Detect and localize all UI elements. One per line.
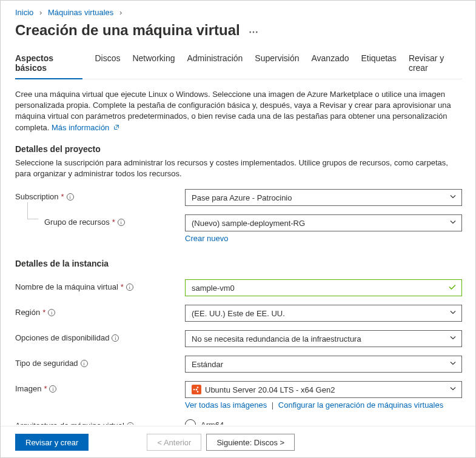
project-details-title: Detalles del proyecto bbox=[15, 144, 462, 154]
region-label: Región * i bbox=[15, 305, 185, 317]
info-icon[interactable]: i bbox=[81, 360, 88, 367]
chevron-down-icon bbox=[449, 309, 457, 318]
svg-point-3 bbox=[197, 391, 199, 393]
chevron-down-icon bbox=[449, 219, 457, 228]
svg-point-0 bbox=[196, 389, 198, 391]
resource-group-select[interactable]: (Nuevo) sample-deployment-RG bbox=[185, 214, 462, 231]
info-icon[interactable]: i bbox=[48, 309, 55, 316]
info-icon[interactable]: i bbox=[49, 385, 56, 393]
region-label-text: Región bbox=[15, 308, 40, 317]
tab-advanced[interactable]: Avanzado bbox=[311, 48, 349, 79]
chevron-down-icon bbox=[449, 360, 457, 369]
resource-group-value: (Nuevo) sample-deployment-RG bbox=[192, 219, 305, 228]
image-label: Imagen * i bbox=[15, 381, 185, 393]
breadcrumb-home[interactable]: Inicio bbox=[15, 8, 33, 17]
required-indicator: * bbox=[42, 308, 45, 317]
availability-label: Opciones de disponibilidad i bbox=[15, 330, 185, 342]
info-icon[interactable]: i bbox=[118, 219, 125, 226]
more-actions-icon[interactable]: ⋯ bbox=[249, 27, 258, 37]
info-icon[interactable]: i bbox=[67, 193, 74, 201]
ubuntu-icon bbox=[192, 385, 201, 394]
availability-select[interactable]: No se necesita redundancia de la infraes… bbox=[185, 330, 462, 347]
region-select[interactable]: (EE. UU.) Este de EE. UU. bbox=[185, 305, 462, 322]
info-icon[interactable]: i bbox=[127, 422, 134, 425]
subscription-label: Subscription * i bbox=[15, 189, 185, 201]
subscription-label-text: Subscription bbox=[15, 192, 59, 201]
check-icon bbox=[448, 283, 457, 293]
vm-name-input[interactable]: sample-vm0 bbox=[185, 279, 462, 296]
tab-networking[interactable]: Networking bbox=[132, 48, 175, 79]
tab-review[interactable]: Revisar y crear bbox=[409, 48, 462, 79]
availability-value: No se necesita redundancia de la infraes… bbox=[192, 334, 361, 344]
arch-arm64-radio[interactable]: Arm64 bbox=[185, 419, 462, 425]
breadcrumb: Inicio › Máquinas virtuales › bbox=[15, 8, 462, 17]
vm-name-value: sample-vm0 bbox=[192, 284, 235, 293]
chevron-down-icon bbox=[449, 193, 457, 202]
instance-details-title: Detalles de la instancia bbox=[15, 259, 462, 268]
previous-button[interactable]: < Anterior bbox=[147, 434, 201, 451]
tab-tags[interactable]: Etiquetas bbox=[361, 48, 397, 79]
next-button[interactable]: Siguiente: Discos > bbox=[206, 434, 295, 451]
security-select[interactable]: Estándar bbox=[185, 356, 462, 373]
region-value: (EE. UU.) Este de EE. UU. bbox=[192, 309, 285, 318]
tab-disks[interactable]: Discos bbox=[95, 48, 120, 79]
vm-name-label-text: Nombre de la máquina virtual bbox=[15, 282, 118, 291]
external-link-icon bbox=[113, 122, 119, 128]
see-all-images-link[interactable]: Ver todas las imágenes bbox=[185, 400, 267, 410]
security-label: Tipo de seguridad i bbox=[15, 356, 185, 368]
tab-management[interactable]: Administración bbox=[187, 48, 243, 79]
intro-text: Cree una máquina virtual que ejecute Lin… bbox=[15, 89, 462, 133]
arch-arm64-label: Arm64 bbox=[201, 420, 224, 425]
architecture-radio-group: Arm64 x64 bbox=[185, 418, 462, 425]
image-select[interactable]: Ubuntu Server 20.04 LTS - x64 Gen2 bbox=[185, 381, 462, 398]
breadcrumb-vms[interactable]: Máquinas virtuales bbox=[48, 8, 113, 17]
footer: Revisar y crear < Anterior Siguiente: Di… bbox=[1, 426, 476, 458]
architecture-label: Arquitectura de máquina virtual i bbox=[15, 418, 185, 425]
info-icon[interactable]: i bbox=[112, 334, 119, 342]
image-label-text: Imagen bbox=[15, 384, 41, 393]
tabs: Aspectos básicos Discos Networking Admin… bbox=[15, 48, 462, 79]
configure-gen-link[interactable]: Configurar la generación de máquinas vir… bbox=[278, 400, 443, 410]
required-indicator: * bbox=[44, 384, 47, 393]
resource-group-label: Grupo de recursos * i bbox=[15, 214, 185, 227]
radio-icon bbox=[185, 419, 196, 425]
info-icon[interactable]: i bbox=[126, 284, 133, 291]
image-value: Ubuntu Server 20.04 LTS - x64 Gen2 bbox=[205, 385, 335, 394]
create-new-rg-link[interactable]: Crear nuevo bbox=[185, 234, 229, 243]
tab-basics[interactable]: Aspectos básicos bbox=[15, 48, 82, 79]
more-info-label: Más información bbox=[52, 123, 109, 132]
chevron-down-icon bbox=[449, 385, 457, 394]
link-separator: | bbox=[272, 400, 273, 410]
subscription-value: Pase para Azure - Patrocinio bbox=[192, 193, 292, 202]
page-title-text: Creación de una máquina virtual bbox=[15, 22, 240, 38]
tab-monitoring[interactable]: Supervisión bbox=[255, 48, 299, 79]
indent-line bbox=[27, 202, 38, 219]
required-indicator: * bbox=[121, 282, 124, 291]
availability-label-text: Opciones de disponibilidad bbox=[15, 333, 109, 342]
svg-point-2 bbox=[197, 387, 199, 388]
security-value: Estándar bbox=[192, 360, 223, 369]
project-details-desc: Seleccione la suscripción para administr… bbox=[15, 158, 462, 179]
security-label-text: Tipo de seguridad bbox=[15, 359, 78, 368]
required-indicator: * bbox=[61, 192, 64, 201]
breadcrumb-separator: › bbox=[39, 8, 42, 17]
svg-point-1 bbox=[193, 389, 195, 391]
required-indicator: * bbox=[112, 217, 115, 227]
vm-name-label: Nombre de la máquina virtual * i bbox=[15, 279, 185, 291]
review-create-button[interactable]: Revisar y crear bbox=[15, 434, 89, 451]
resource-group-label-text: Grupo de recursos bbox=[44, 217, 110, 227]
chevron-down-icon bbox=[449, 334, 457, 344]
architecture-label-text: Arquitectura de máquina virtual bbox=[15, 421, 124, 425]
subscription-select[interactable]: Pase para Azure - Patrocinio bbox=[185, 189, 462, 206]
breadcrumb-separator: › bbox=[119, 8, 122, 17]
more-info-link[interactable]: Más información bbox=[52, 123, 119, 132]
page-title: Creación de una máquina virtual ⋯ bbox=[15, 22, 462, 39]
